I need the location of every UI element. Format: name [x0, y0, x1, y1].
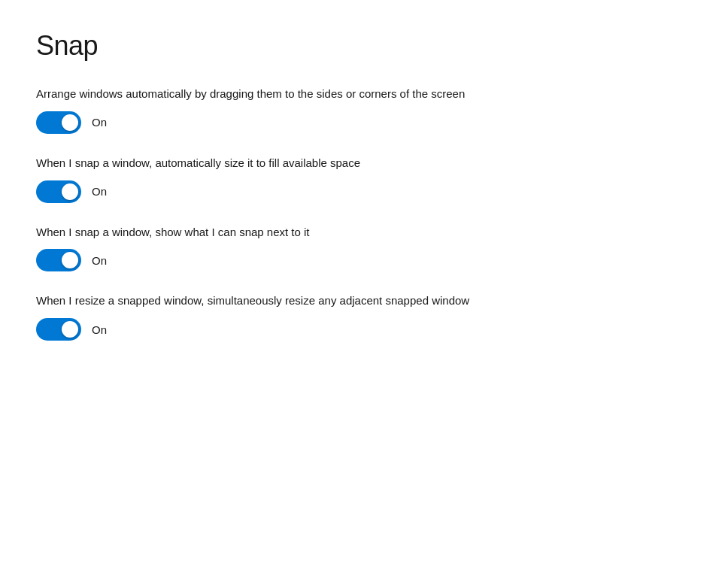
setting-description-snap-resize: When I resize a snapped window, simultan… [36, 292, 683, 309]
toggle-snap-main[interactable] [36, 111, 81, 134]
setting-block-snap-main: Arrange windows automatically by draggin… [36, 86, 692, 134]
toggle-label-snap-show: On [92, 254, 107, 267]
setting-block-snap-show: When I snap a window, show what I can sn… [36, 224, 692, 272]
page-title: Snap [36, 30, 692, 62]
toggle-thumb-snap-resize [62, 321, 78, 338]
toggle-snap-fill[interactable] [36, 180, 81, 203]
setting-block-snap-resize: When I resize a snapped window, simultan… [36, 292, 692, 341]
toggle-snap-show[interactable] [36, 249, 81, 271]
toggle-row-snap-main: On [36, 111, 692, 134]
toggle-snap-resize[interactable] [36, 318, 81, 341]
toggle-row-snap-resize: On [36, 318, 692, 341]
setting-description-snap-main: Arrange windows automatically by draggin… [36, 86, 683, 102]
setting-block-snap-fill: When I snap a window, automatically size… [36, 155, 692, 203]
toggle-row-snap-fill: On [36, 180, 692, 203]
toggle-row-snap-show: On [36, 249, 692, 271]
setting-description-snap-show: When I snap a window, show what I can sn… [36, 224, 683, 241]
toggle-label-snap-fill: On [92, 185, 107, 198]
toggle-label-snap-resize: On [92, 323, 107, 336]
toggle-label-snap-main: On [92, 116, 107, 129]
setting-description-snap-fill: When I snap a window, automatically size… [36, 155, 683, 171]
toggle-thumb-snap-main [62, 114, 78, 131]
toggle-thumb-snap-fill [62, 183, 78, 200]
